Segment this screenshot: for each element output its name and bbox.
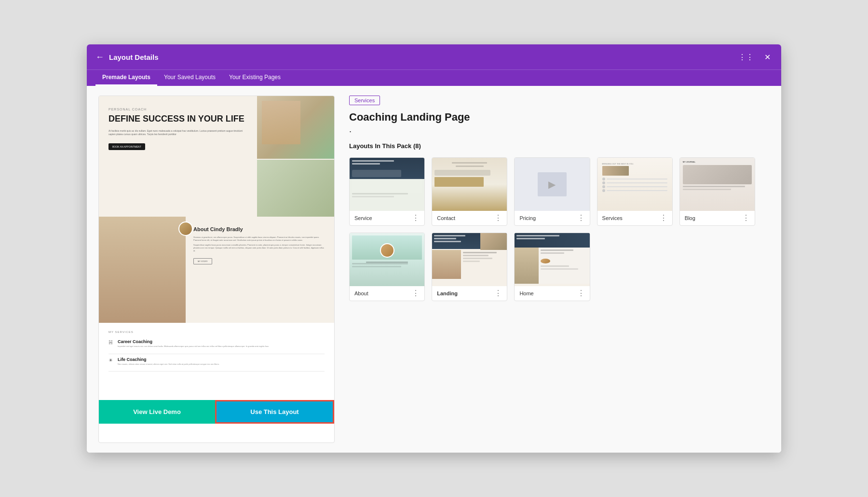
card-pricing-more[interactable]: ⋮	[577, 214, 585, 222]
card-home-more[interactable]: ⋮	[577, 290, 585, 297]
preview-scroll: PERSONAL COACH DEFINE SUCCESS IN YOUR LI…	[99, 96, 334, 400]
home-mini	[515, 233, 589, 286]
card-blog-label: Blog	[685, 215, 695, 221]
layouts-pack-label: Layouts In This Pack (8)	[349, 142, 755, 150]
life-icon: ☀	[108, 358, 113, 363]
use-this-layout-button[interactable]: Use This Layout	[215, 400, 334, 424]
generating-note	[349, 306, 755, 311]
life-desc: Nec mauris, ultrices vitae ornare et ame…	[118, 363, 219, 366]
career-icon: ☵	[108, 340, 113, 345]
blog-mini: MY JOURNAL	[680, 158, 755, 194]
preview-about-body1: Vivamus ut gravida mi, nec ullamcorper p…	[193, 236, 326, 242]
layouts-grid: Service ⋮	[349, 157, 755, 301]
divider-1	[108, 354, 325, 354]
card-services2-footer: Services ⋮	[597, 211, 672, 225]
career-info: Career Coaching Imperdiet nisl eget maur…	[118, 339, 269, 348]
preview-services-title: MY SERVICES	[108, 331, 325, 333]
preview-blocks	[262, 101, 300, 144]
close-icon[interactable]: ✕	[762, 52, 773, 63]
preview-about-avatar	[178, 221, 193, 236]
card-home-label: Home	[519, 290, 533, 296]
card-pricing-footer: Pricing ⋮	[515, 211, 589, 225]
card-contact-footer: Contact ⋮	[432, 211, 507, 225]
pricing-placeholder: ▶	[538, 172, 567, 196]
card-blog-footer: Blog ⋮	[680, 211, 755, 225]
layout-card-landing[interactable]: Landing ⋮	[432, 233, 507, 301]
preview-hero-img-top	[257, 96, 334, 159]
card-home-footer: Home ⋮	[515, 286, 589, 301]
layout-card-home[interactable]: Home ⋮	[514, 233, 590, 301]
tab-saved-layouts[interactable]: Your Saved Layouts	[157, 70, 222, 86]
preview-hero-heading: DEFINE SUCCESS IN YOUR LIFE	[108, 114, 247, 124]
preview-about: About Cindy Bradly Vivamus ut gravida mi…	[99, 217, 334, 323]
card-service-more[interactable]: ⋮	[412, 214, 420, 222]
card-about-footer: About ⋮	[350, 286, 424, 301]
preview-service-life: ☀ Life Coaching Nec mauris, ultrices vit…	[108, 357, 325, 366]
card-contact-img	[432, 158, 507, 211]
preview-about-img	[99, 217, 186, 323]
card-home-img	[515, 233, 589, 286]
services2-mini: BRINGING OUT THE BEST IN YOU.	[600, 161, 669, 195]
view-live-demo-button[interactable]: View Live Demo	[99, 400, 215, 424]
header-left: ← Layout Details	[95, 52, 159, 62]
preview-hero-text: PERSONAL COACH DEFINE SUCCESS IN YOUR LI…	[99, 96, 257, 217]
modal-title: Layout Details	[109, 53, 159, 61]
settings-icon[interactable]: ⋮⋮	[736, 52, 756, 63]
preview-about-name: About Cindy Bradly	[193, 226, 326, 232]
preview-hero-img-bottom	[257, 160, 334, 217]
card-contact-more[interactable]: ⋮	[494, 214, 502, 222]
service-mini	[350, 158, 424, 211]
card-services2-more[interactable]: ⋮	[660, 214, 667, 222]
card-about-label: About	[354, 290, 368, 296]
card-service-img	[350, 158, 424, 211]
landing-mini	[432, 233, 507, 279]
life-info: Life Coaching Nec mauris, ultrices vitae…	[118, 357, 219, 366]
preview-buttons: View Live Demo Use This Layout	[99, 400, 334, 424]
tab-premade-layouts[interactable]: Premade Layouts	[95, 70, 157, 86]
divider-2	[108, 371, 325, 372]
layout-card-service[interactable]: Service ⋮	[349, 157, 425, 226]
card-about-more[interactable]: ⋮	[412, 290, 420, 297]
layout-card-services2[interactable]: BRINGING OUT THE BEST IN YOU.	[597, 157, 673, 226]
card-blog-more[interactable]: ⋮	[742, 214, 750, 222]
image-placeholder-icon: ▶	[548, 179, 556, 190]
layout-details-modal: ← Layout Details ⋮⋮ ✕ Premade Layouts Yo…	[87, 44, 781, 453]
preview-about-body2: Suspendisse sagittis lacus purus accumsa…	[193, 244, 326, 252]
details-dot: ·	[349, 126, 755, 137]
preview-service-career: ☵ Career Coaching Imperdiet nisl eget ma…	[108, 339, 325, 348]
back-button[interactable]: ←	[95, 52, 104, 62]
preview-hero-images	[257, 96, 334, 217]
preview-hero-body: At facilisis morbi quis ac dis nullam. E…	[108, 129, 247, 136]
category-badge: Services	[349, 96, 380, 105]
contact-mini	[432, 158, 507, 211]
card-landing-img	[432, 233, 507, 286]
card-pricing-img: ▶	[515, 158, 589, 211]
details-panel: Services Coaching Landing Page · Layouts…	[335, 96, 770, 443]
card-services2-label: Services	[602, 215, 623, 221]
layout-card-blog[interactable]: MY JOURNAL Blog ⋮	[679, 157, 755, 226]
layout-card-contact[interactable]: Contact ⋮	[432, 157, 507, 226]
card-service-footer: Service ⋮	[350, 211, 424, 225]
card-landing-more[interactable]: ⋮	[494, 290, 502, 297]
card-service-label: Service	[354, 215, 372, 221]
tab-existing-pages[interactable]: Your Existing Pages	[222, 70, 287, 86]
about-mini	[350, 233, 424, 286]
life-title: Life Coaching	[118, 357, 219, 362]
career-desc: Imperdiet nisl eget mauris nec non delum…	[118, 345, 269, 348]
card-landing-label: Landing	[437, 290, 458, 296]
preview-panel: PERSONAL COACH DEFINE SUCCESS IN YOUR LI…	[98, 96, 335, 443]
preview-about-text: About Cindy Bradly Vivamus ut gravida mi…	[186, 217, 334, 323]
preview-book-btn: BOOK AN APPOINTMENT	[108, 143, 145, 150]
card-contact-label: Contact	[437, 215, 455, 221]
modal-header: ← Layout Details ⋮⋮ ✕	[87, 44, 781, 69]
card-blog-img: MY JOURNAL	[680, 158, 755, 211]
layout-card-pricing[interactable]: ▶ Pricing ⋮	[514, 157, 590, 226]
preview-story-btn: MY STORY	[193, 258, 212, 264]
preview-services: MY SERVICES ☵ Career Coaching Imperdiet …	[99, 323, 334, 400]
card-landing-footer: Landing ⋮	[432, 286, 507, 301]
personal-coach-label: PERSONAL COACH	[108, 108, 247, 111]
card-services2-img: BRINGING OUT THE BEST IN YOU.	[597, 158, 672, 211]
career-title: Career Coaching	[118, 339, 269, 344]
layout-card-about[interactable]: About ⋮	[349, 233, 425, 301]
header-right: ⋮⋮ ✕	[736, 52, 773, 63]
